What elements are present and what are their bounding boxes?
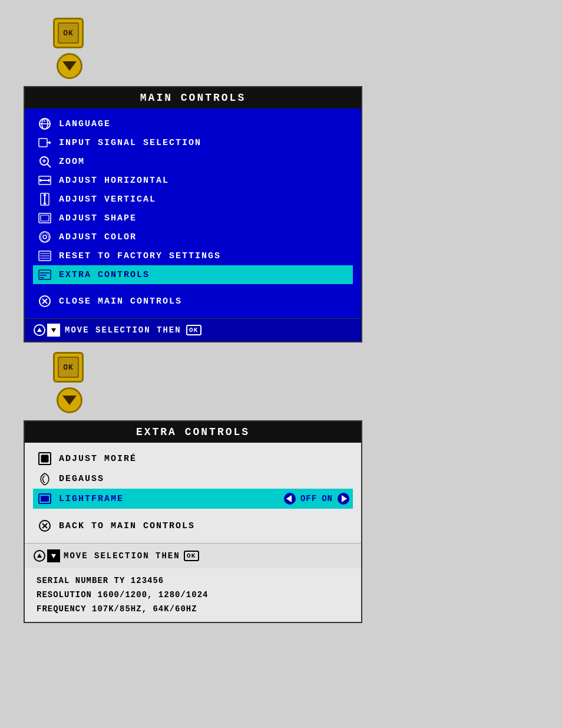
extra-item-degauss[interactable]: DEGAUSS — [33, 469, 353, 489]
adjust-color-icon — [37, 230, 53, 243]
degauss-label: DEGAUSS — [59, 474, 104, 484]
svg-line-8 — [47, 164, 51, 167]
menu-item-language[interactable]: 3? LANGUAGE — [33, 114, 353, 133]
adjust-shape-label: ADJUST SHAPE — [59, 213, 349, 223]
back-to-main-controls-item[interactable]: BACK TO MAIN CONTROLS — [33, 515, 353, 537]
language-label: LANGUAGE — [59, 119, 349, 129]
lightframe-arrow-right[interactable] — [338, 493, 349, 505]
reset-factory-icon — [37, 249, 53, 262]
svg-marker-6 — [49, 141, 51, 144]
svg-point-21 — [39, 232, 50, 242]
footer-ok-badge: OK — [186, 325, 201, 335]
extra-menu-divider — [33, 509, 353, 515]
degauss-icon — [37, 472, 53, 485]
adjust-moire-icon — [37, 452, 53, 465]
menu-item-adjust-shape[interactable]: ADJUST SHAPE — [33, 209, 353, 228]
lightframe-off-label: OFF — [300, 494, 317, 503]
main-controls-footer: MOVE SELECTION THEN OK — [25, 318, 361, 341]
back-label: BACK TO MAIN CONTROLS — [59, 521, 195, 531]
svg-text:3?: 3? — [43, 118, 50, 123]
adjust-vertical-icon — [37, 193, 53, 206]
main-controls-panel: MAIN CONTROLS 3? LANGUAGE — [24, 86, 362, 342]
ok-label-top: OK — [63, 29, 74, 38]
menu-item-adjust-vertical[interactable]: ADJUST VERTICAL — [33, 190, 353, 209]
adjust-moire-label: ADJUST MOIRÉ — [59, 454, 137, 464]
serial-info-block: SERIAL NUMBER TY 123456 RESOLUTION 1600/… — [25, 568, 361, 622]
svg-marker-46 — [37, 554, 42, 558]
resolution-info: RESOLUTION 1600/1200, 1280/1024 — [37, 588, 349, 602]
menu-item-extra-controls[interactable]: EXTRA CONTROLS — [33, 265, 353, 284]
ok-label-second: OK — [63, 363, 74, 372]
ok-button-inner-top: OK — [58, 22, 79, 44]
extra-item-adjust-moire[interactable]: ADJUST MOIRÉ — [33, 449, 353, 469]
svg-marker-35 — [37, 328, 42, 332]
lightframe-toggle-group: OFF ON — [284, 493, 349, 505]
arrow-down-top[interactable] — [57, 53, 82, 79]
footer-nav-icons — [33, 324, 60, 337]
adjust-color-label: ADJUST COLOR — [59, 232, 349, 242]
close-main-controls-label: CLOSE MAIN CONTROLS — [59, 297, 182, 307]
svg-rect-20 — [41, 215, 49, 221]
adjust-horizontal-label: ADJUST HORIZONTAL — [59, 176, 349, 186]
adjust-horizontal-icon — [37, 174, 53, 187]
extra-controls-footer: MOVE SELECTION THEN OK — [25, 543, 361, 568]
svg-rect-39 — [41, 455, 48, 462]
close-icon — [37, 295, 53, 308]
menu-item-adjust-horizontal[interactable]: ADJUST HORIZONTAL — [33, 171, 353, 190]
reset-factory-label: RESET TO FACTORY SETTINGS — [59, 251, 349, 261]
svg-rect-4 — [39, 139, 47, 147]
menu-item-input-signal[interactable]: INPUT SIGNAL SELECTION — [33, 133, 353, 152]
main-controls-body: 3? LANGUAGE INPUT SIGNAL SELECTION — [25, 108, 361, 318]
extra-controls-label: EXTRA CONTROLS — [59, 270, 349, 280]
extra-item-lightframe[interactable]: LIGHTFRAME OFF ON — [33, 489, 353, 509]
close-main-controls-item[interactable]: CLOSE MAIN CONTROLS — [33, 290, 353, 312]
ok-button-top[interactable]: OK — [53, 18, 84, 48]
language-icon: 3? — [37, 117, 53, 130]
input-signal-icon — [37, 136, 53, 149]
svg-rect-41 — [41, 496, 49, 502]
main-menu-divider — [33, 284, 353, 290]
footer-move-label: MOVE SELECTION THEN — [65, 325, 181, 335]
input-signal-label: INPUT SIGNAL SELECTION — [59, 138, 349, 148]
extra-controls-body: ADJUST MOIRÉ DEGAUSS LIGHTFRAME O — [25, 443, 361, 543]
ok-button-inner-second: OK — [58, 357, 79, 378]
extra-footer-ok-badge: OK — [184, 551, 199, 561]
svg-point-22 — [43, 235, 47, 239]
serial-number: SERIAL NUMBER TY 123456 — [37, 574, 349, 588]
main-controls-title: MAIN CONTROLS — [25, 87, 361, 108]
extra-controls-panel: EXTRA CONTROLS ADJUST MOIRÉ DEGAUSS — [24, 420, 362, 623]
adjust-vertical-label: ADJUST VERTICAL — [59, 195, 349, 205]
extra-controls-title: EXTRA CONTROLS — [25, 421, 361, 443]
extra-footer-move-label: MOVE SELECTION THEN — [64, 551, 180, 561]
extra-footer-nav-icons — [33, 549, 60, 562]
menu-item-reset-factory[interactable]: RESET TO FACTORY SETTINGS — [33, 246, 353, 265]
lightframe-on-label: ON — [322, 494, 333, 503]
extra-controls-icon — [37, 268, 53, 281]
zoom-label: ZOOM — [59, 157, 349, 167]
lightframe-icon — [37, 492, 53, 505]
menu-item-adjust-color[interactable]: ADJUST COLOR — [33, 228, 353, 246]
frequency-info: FREQUENCY 107K/85HZ, 64K/60HZ — [37, 602, 349, 617]
menu-item-zoom[interactable]: ZOOM — [33, 152, 353, 171]
back-icon — [37, 519, 53, 532]
ok-button-second[interactable]: OK — [53, 352, 84, 383]
lightframe-arrow-left[interactable] — [284, 493, 296, 505]
adjust-shape-icon — [37, 212, 53, 225]
arrow-down-second[interactable] — [57, 387, 82, 413]
lightframe-label: LIGHTFRAME — [59, 494, 124, 504]
zoom-icon — [37, 155, 53, 168]
